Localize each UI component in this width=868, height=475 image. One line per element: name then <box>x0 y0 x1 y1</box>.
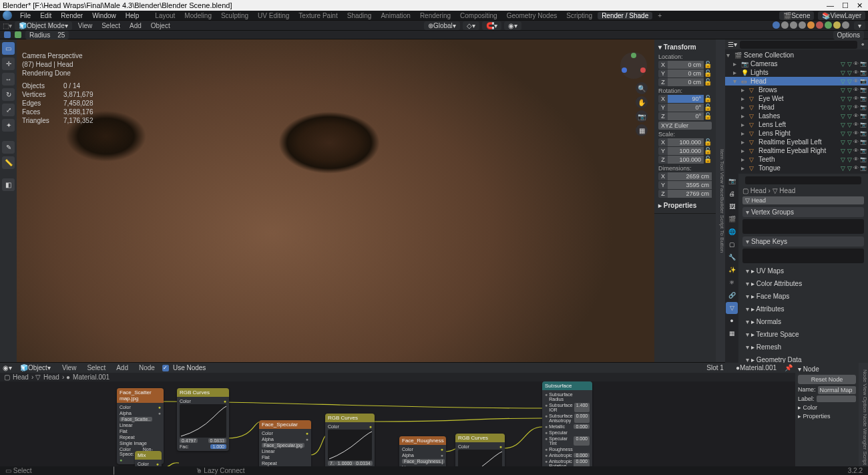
tab-viewlayer[interactable]: 🖼 <box>726 200 738 212</box>
object-menu[interactable]: Object <box>148 22 174 29</box>
shading-mode-8[interactable] <box>842 21 849 29</box>
workspace-tab-modeling[interactable]: Modeling <box>180 12 216 19</box>
shading-mode-2[interactable] <box>790 21 797 29</box>
annotate-color2[interactable] <box>15 31 21 38</box>
shading-mode-7[interactable] <box>833 21 841 29</box>
editor-type-icon[interactable]: ◉▾ <box>3 364 12 371</box>
dim-y-field[interactable]: 3595 cm <box>668 181 712 189</box>
reset-node-button[interactable]: Reset Node <box>798 375 856 384</box>
shading-mode-3[interactable] <box>799 21 806 29</box>
tool-move[interactable]: ↔ <box>2 73 15 86</box>
bsdf-specular-tint[interactable]: ●Specular Tint0.000 <box>545 436 590 446</box>
tab-scene[interactable]: 🎬 <box>726 213 738 225</box>
node-label-field[interactable] <box>817 395 856 402</box>
shading-mode-1[interactable] <box>781 21 789 29</box>
bsdf-roughness[interactable]: ●Roughness <box>545 446 590 452</box>
mesh-name-field[interactable]: ▽ Head <box>742 196 864 204</box>
props-section-color-attributes[interactable]: ▸ Color Attributes <box>742 279 864 289</box>
menu-help[interactable]: Help <box>122 12 144 19</box>
menu-render[interactable]: Render <box>57 12 87 19</box>
scene-selector[interactable]: 🎬 Scene <box>779 11 814 20</box>
workspace-tab-rendershade[interactable]: Render / Shade <box>598 12 652 19</box>
tab-modifiers[interactable]: 🔧 <box>726 251 738 263</box>
zoom-icon[interactable]: 🔍 <box>636 82 648 94</box>
bsdf-metallic[interactable]: ●Metallic0.000 <box>545 424 590 430</box>
props-section-attributes[interactable]: ▸ Attributes <box>742 304 864 314</box>
dim-z-field[interactable]: 2769 cm <box>668 190 712 198</box>
view-menu[interactable]: View <box>75 22 96 29</box>
scale-z-field[interactable]: 100.000 <box>668 156 704 164</box>
tab-mesh-data[interactable]: ▽ <box>726 302 738 314</box>
workspace-tab-rendering[interactable]: Rendering <box>416 12 455 19</box>
outliner-item-tongue[interactable]: ▸▽Tongue▽ ▽👁 📷 <box>725 164 868 172</box>
tool-scale[interactable]: ⤢ <box>2 104 15 116</box>
props-section-face-maps[interactable]: ▸ Face Maps <box>742 291 864 301</box>
tab-world[interactable]: 🌐 <box>726 226 738 238</box>
loc-z-field[interactable]: 0 cm <box>668 78 704 86</box>
add-menu[interactable]: Add <box>126 22 145 29</box>
node-canvas[interactable]: Face_Scatter map.jpg Color● Alpha● Face_… <box>0 381 795 475</box>
rot-z-field[interactable]: 0° <box>668 112 704 120</box>
props-section-normals[interactable]: ▸ Normals <box>742 317 864 327</box>
outliner-search-input[interactable] <box>740 41 857 49</box>
outliner-item-lens-left[interactable]: ▸▽Lens Left▽ ▽👁 📷 <box>725 120 868 129</box>
workspace-tab-layout[interactable]: Layout <box>151 12 179 19</box>
tab-texture[interactable]: ▦ <box>726 327 738 339</box>
mode-selector[interactable]: 🧊 Object Mode ▾ <box>15 21 72 30</box>
scale-y-field[interactable]: 100.000 <box>668 147 704 155</box>
menu-edit[interactable]: Edit <box>36 12 55 19</box>
props-section-shape-keys[interactable]: Shape Keys <box>742 236 864 263</box>
snap-toggle[interactable]: 🧲▾ <box>482 21 501 30</box>
node-panel-tabs[interactable]: Node View Option Node Wrangler Script To… <box>859 363 868 475</box>
loc-x-field[interactable]: 0 cm <box>668 61 704 69</box>
slot-selector[interactable]: Slot 1 <box>702 363 728 372</box>
workspace-tab-texturepaint[interactable]: Texture Paint <box>294 12 341 19</box>
workspace-tab-[interactable]: + <box>654 12 666 19</box>
tool-annotate[interactable]: ✎ <box>2 141 15 154</box>
outliner-type-icon[interactable]: ☰▾ <box>728 41 737 48</box>
tab-particles[interactable]: ✨ <box>726 264 738 276</box>
perspective-icon[interactable]: ▦ <box>636 124 648 136</box>
props-section-texture-space[interactable]: ▸ Texture Space <box>742 329 864 339</box>
minimize-button[interactable]: — <box>827 1 834 10</box>
props-search-input[interactable] <box>745 176 861 184</box>
loc-y-field[interactable]: 0 cm <box>668 69 704 77</box>
node-mode[interactable]: 🧊 Object ▾ <box>16 363 55 372</box>
workspace-tab-geometrynodes[interactable]: Geometry Nodes <box>503 12 562 19</box>
outliner-item-realtime-eyeball-left[interactable]: ▸▽Realtime Eyeball Left▽ ▽👁 📷 <box>725 138 868 146</box>
outliner-item-head[interactable]: ▸▽Head▽ ▽👁 📷 <box>725 103 868 112</box>
props-section-vertex-groups[interactable]: Vertex Groups <box>742 207 864 234</box>
ne-add-menu[interactable]: Add <box>113 364 132 371</box>
bsdf-anisotropic[interactable]: ●Anisotropic0.000 <box>545 452 590 458</box>
tool-add-cube[interactable]: ◧ <box>2 178 15 191</box>
outliner-item-eye-wet[interactable]: ▸▽Eye Wet▽ ▽👁 📷 <box>725 94 868 103</box>
workspace-tab-shading[interactable]: Shading <box>343 12 376 19</box>
bsdf-subsurface-radius[interactable]: ●Subsurface Radius <box>545 391 590 402</box>
pivot-selector[interactable]: ◇▾ <box>463 21 479 30</box>
use-nodes-checkbox[interactable]: ✓ <box>162 365 169 371</box>
node-color-header[interactable]: Color <box>803 404 818 411</box>
menu-file[interactable]: File <box>16 12 35 19</box>
annotate-color[interactable] <box>4 31 11 38</box>
navigation-gizmo-icon[interactable] <box>620 51 648 80</box>
transform-header[interactable]: ▾ Transform <box>658 42 712 52</box>
node-rgb-curves-1[interactable]: RGB Curves Color● 0.47970.0833 Fac:1.000 <box>177 388 229 451</box>
node-rgb-curves-2[interactable]: RGB Curves Color● 7.1.00000.0334 Fac:1.0… <box>325 414 375 474</box>
shading-mode-0[interactable] <box>773 21 780 29</box>
n-panel-tabs[interactable]: Item Tool View FaceBuilder Script To But… <box>716 39 725 362</box>
node-principled-bsdf[interactable]: Subsurface ●Subsurface Radius●Subsurface… <box>542 381 592 475</box>
shading-mode-5[interactable] <box>816 21 823 29</box>
shading-mode-4[interactable] <box>807 21 815 29</box>
outliner-item-lights[interactable]: ▸💡Lights▽ ▽👁 📷 <box>725 68 868 77</box>
props-section-remesh[interactable]: ▸ Remesh <box>742 342 864 352</box>
euler-mode[interactable]: XYZ Euler <box>658 122 712 130</box>
ne-select-menu[interactable]: Select <box>83 364 109 371</box>
maximize-button[interactable]: ☐ <box>842 1 849 10</box>
ne-node-menu[interactable]: Node <box>136 364 158 371</box>
rot-y-field[interactable]: 0° <box>668 104 704 112</box>
pin-icon[interactable]: 📌 <box>785 364 793 371</box>
outliner-item-head[interactable]: ▾▭Head▽ ▽👁 📷 <box>725 77 868 86</box>
tool-rotate[interactable]: ↻ <box>2 88 15 101</box>
select-menu[interactable]: Select <box>98 22 124 29</box>
scale-x-field[interactable]: 100.000 <box>668 138 704 146</box>
